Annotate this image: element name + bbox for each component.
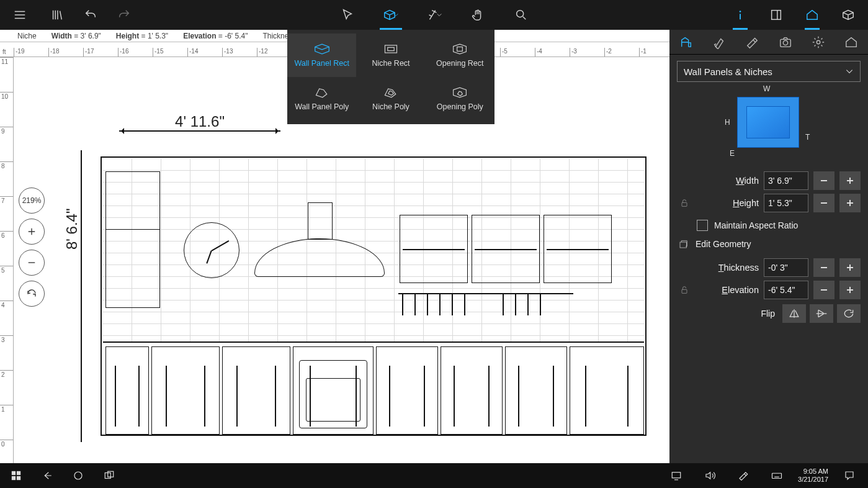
tray-pen-icon[interactable] bbox=[731, 463, 756, 488]
kitchen-drawing[interactable]: 4' 11.6" 8' 6.4" bbox=[101, 156, 647, 436]
tool-opening-poly[interactable]: Opening Poly bbox=[426, 77, 494, 120]
zoom-in-button[interactable] bbox=[19, 219, 45, 245]
thickness-increment[interactable] bbox=[839, 258, 861, 277]
tool-label: Niche Rect bbox=[372, 59, 409, 68]
tray-project-icon[interactable] bbox=[664, 463, 689, 488]
zoom-out-button[interactable] bbox=[19, 250, 45, 276]
width-label: Width bbox=[697, 176, 759, 186]
tool-label: Niche Poly bbox=[372, 102, 409, 111]
svg-rect-12 bbox=[682, 289, 687, 293]
svg-rect-13 bbox=[12, 471, 16, 475]
zoom-reset-button[interactable] bbox=[19, 281, 45, 307]
tab-camera[interactable] bbox=[769, 30, 802, 54]
height-label: Height bbox=[697, 198, 759, 208]
height-input[interactable] bbox=[764, 194, 808, 212]
thickness-input[interactable] bbox=[764, 258, 808, 277]
svg-rect-20 bbox=[672, 472, 681, 478]
tool-opening-rect[interactable]: Opening Rect bbox=[426, 34, 494, 77]
dim-label-e: E bbox=[730, 149, 735, 158]
height-increment[interactable] bbox=[839, 194, 861, 212]
elevation-increment[interactable] bbox=[839, 281, 861, 299]
trim-tool[interactable] bbox=[419, 0, 449, 30]
svg-rect-14 bbox=[17, 471, 20, 475]
task-view-button[interactable] bbox=[97, 463, 122, 488]
taskbar-clock[interactable]: 9:05 AM3/21/2017 bbox=[798, 468, 828, 484]
svg-point-7 bbox=[783, 40, 787, 45]
lock-elevation[interactable] bbox=[677, 285, 692, 295]
tool-niche-rect[interactable]: Niche Rect bbox=[356, 34, 425, 77]
svg-rect-5 bbox=[457, 47, 463, 52]
flip-horizontal-button[interactable] bbox=[782, 304, 806, 323]
lock-width-height[interactable] bbox=[677, 198, 692, 208]
ruler-unit: ft bbox=[2, 48, 6, 55]
tab-home[interactable] bbox=[835, 30, 868, 54]
dim-label-t: T bbox=[805, 133, 810, 142]
tool-niche-poly[interactable]: Niche Poly bbox=[356, 77, 425, 120]
dim-label-h: H bbox=[725, 118, 730, 127]
top-toolbar bbox=[0, 0, 868, 30]
tray-keyboard-icon[interactable] bbox=[764, 463, 789, 488]
windows-taskbar: 9:05 AM3/21/2017 bbox=[0, 463, 868, 488]
flip-label: Flip bbox=[677, 309, 779, 319]
cortana-button[interactable] bbox=[66, 463, 91, 488]
dimension-top: 4' 11.6" bbox=[119, 113, 280, 130]
flip-rotate-button[interactable] bbox=[837, 304, 861, 323]
edit-geometry-button[interactable]: Edit Geometry bbox=[678, 238, 861, 250]
tool-wall-panel-rect[interactable]: Wall Panel Rect bbox=[287, 34, 356, 77]
redo-button[interactable] bbox=[113, 0, 135, 30]
elevation-input[interactable] bbox=[764, 281, 808, 299]
tab-style[interactable] bbox=[736, 30, 769, 54]
tab-settings[interactable] bbox=[802, 30, 834, 54]
chevron-down-icon bbox=[393, 9, 399, 20]
elevation-label: Elevation bbox=[697, 285, 759, 295]
svg-point-0 bbox=[516, 11, 523, 17]
package-tab[interactable] bbox=[837, 0, 859, 30]
thickness-label: Thickness bbox=[697, 263, 759, 273]
tool-wall-panel-poly[interactable]: Wall Panel Poly bbox=[287, 77, 356, 120]
dim-label-w: W bbox=[763, 84, 770, 93]
height-decrement[interactable] bbox=[813, 194, 834, 212]
svg-rect-2 bbox=[772, 11, 781, 20]
svg-rect-16 bbox=[17, 476, 20, 480]
select-tool[interactable] bbox=[333, 0, 362, 30]
maintain-aspect-checkbox[interactable]: Maintain Aspect Ratio bbox=[697, 220, 861, 231]
svg-point-8 bbox=[817, 40, 820, 44]
base-cabinets bbox=[103, 341, 644, 435]
flip-vertical-button[interactable] bbox=[810, 304, 833, 323]
width-increment[interactable] bbox=[839, 171, 861, 190]
properties-panel: Wall Panels & Niches W H E T Width Heigh… bbox=[669, 30, 868, 463]
pan-tool[interactable] bbox=[463, 0, 493, 30]
wall-panel-tool[interactable] bbox=[376, 0, 406, 30]
search-tool[interactable] bbox=[506, 0, 536, 30]
dimension-arrow-left bbox=[81, 150, 82, 442]
tab-object[interactable] bbox=[669, 30, 702, 54]
library-button[interactable] bbox=[46, 0, 68, 30]
tab-materials[interactable] bbox=[702, 30, 735, 54]
panel-title: Wall Panels & Niches bbox=[684, 66, 772, 77]
tool-label: Opening Poly bbox=[437, 102, 483, 111]
ruler-vertical: 1110 98 76 54 32 10 bbox=[0, 57, 14, 463]
width-input[interactable] bbox=[764, 171, 808, 190]
upper-cabinet bbox=[400, 215, 468, 283]
home-tab[interactable] bbox=[801, 0, 823, 30]
panel-title-dropdown[interactable]: Wall Panels & Niches bbox=[677, 61, 861, 82]
svg-rect-4 bbox=[388, 47, 394, 50]
start-button[interactable] bbox=[4, 463, 29, 488]
refrigerator bbox=[105, 171, 160, 308]
layout-tab[interactable] bbox=[765, 0, 787, 30]
range-hood bbox=[254, 202, 385, 277]
action-center-icon[interactable] bbox=[837, 463, 862, 488]
undo-button[interactable] bbox=[79, 0, 102, 30]
menu-button[interactable] bbox=[5, 0, 35, 30]
info-tab[interactable] bbox=[729, 0, 751, 30]
wall-clock bbox=[184, 222, 239, 278]
width-decrement[interactable] bbox=[813, 171, 834, 190]
zoom-value[interactable]: 219% bbox=[19, 188, 45, 214]
back-button[interactable] bbox=[35, 463, 60, 488]
thickness-decrement[interactable] bbox=[813, 258, 834, 277]
svg-rect-10 bbox=[682, 202, 687, 206]
upper-cabinet bbox=[544, 215, 612, 283]
status-width: Width = 3' 6.9" bbox=[51, 32, 101, 40]
elevation-decrement[interactable] bbox=[813, 281, 834, 299]
tray-volume-icon[interactable] bbox=[697, 463, 722, 488]
